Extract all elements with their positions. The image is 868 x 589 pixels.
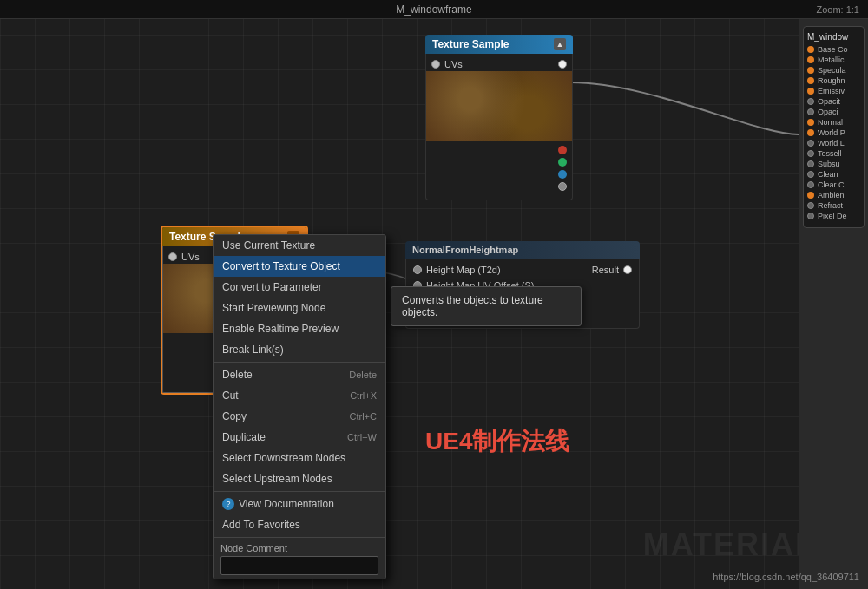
menu-select-upstream[interactable]: Select Upstream Nodes bbox=[214, 468, 385, 489]
menu-add-favorites-label: Add To Favorites bbox=[222, 519, 300, 531]
pin-worldl: World L bbox=[807, 139, 860, 147]
uvs-label: UVs bbox=[444, 59, 463, 69]
menu-cut[interactable]: Cut Ctrl+X bbox=[214, 385, 385, 406]
top-bar: M_windowframe Zoom: 1:1 bbox=[0, 0, 868, 19]
uvs-label-bottom: UVs bbox=[181, 252, 200, 262]
menu-convert-parameter[interactable]: Convert to Parameter bbox=[214, 277, 385, 298]
context-menu: Use Current Texture Convert to Texture O… bbox=[213, 234, 386, 579]
texture-node-top-body: UVs bbox=[425, 54, 573, 200]
texture-preview-top bbox=[426, 71, 572, 141]
right-panel: M_window Base Co Metallic Specula Roughn… bbox=[799, 19, 868, 589]
pin-metallic: Metallic bbox=[807, 56, 860, 64]
pin-row-1 bbox=[426, 144, 572, 156]
menu-cut-shortcut: Ctrl+X bbox=[350, 390, 377, 401]
menu-select-downstream-label: Select Downstream Nodes bbox=[222, 452, 345, 464]
pin-clean: Clean bbox=[807, 170, 860, 179]
window-title: M_windowframe bbox=[396, 3, 471, 16]
pin-emissiv: Emissiv bbox=[807, 87, 860, 95]
docs-icon: ? bbox=[222, 498, 234, 510]
right-panel-title: M_window bbox=[807, 32, 860, 42]
menu-convert-texture-object-label: Convert to Texture Object bbox=[222, 260, 340, 272]
menu-view-docs[interactable]: ? View Documentation bbox=[214, 494, 385, 514]
pin-subsu: Subsu bbox=[807, 160, 860, 168]
right-panel-node: M_window Base Co Metallic Specula Roughn… bbox=[803, 26, 865, 228]
menu-use-current-texture[interactable]: Use Current Texture bbox=[214, 235, 385, 256]
result-output: Result bbox=[592, 265, 632, 275]
node-comment-input[interactable] bbox=[220, 556, 378, 575]
menu-view-docs-label: View Documentation bbox=[239, 498, 334, 510]
menu-duplicate-shortcut: Ctrl+W bbox=[347, 432, 377, 442]
pin-pixelde: Pixel De bbox=[807, 212, 860, 220]
menu-delete-label: Delete bbox=[222, 369, 253, 381]
pin-ambien: Ambien bbox=[807, 191, 860, 200]
uvs-output-pin bbox=[558, 60, 567, 69]
pin-base-co: Base Co bbox=[807, 45, 860, 54]
menu-copy-shortcut: Ctrl+C bbox=[350, 411, 377, 422]
menu-convert-parameter-label: Convert to Parameter bbox=[222, 281, 322, 293]
menu-cut-label: Cut bbox=[222, 389, 239, 402]
menu-enable-realtime-label: Enable Realtime Preview bbox=[222, 323, 339, 335]
menu-delete-shortcut: Delete bbox=[349, 370, 377, 380]
result-output-pin bbox=[623, 265, 632, 274]
menu-delete[interactable]: Delete Delete bbox=[214, 364, 385, 385]
menu-break-links-label: Break Link(s) bbox=[222, 344, 284, 356]
menu-start-preview[interactable]: Start Previewing Node bbox=[214, 298, 385, 318]
pin-specula: Specula bbox=[807, 66, 860, 75]
menu-add-favorites[interactable]: Add To Favorites bbox=[214, 514, 385, 535]
menu-duplicate[interactable]: Duplicate Ctrl+W bbox=[214, 427, 385, 448]
pin-normal: Normal bbox=[807, 118, 860, 127]
pin-row-4 bbox=[426, 180, 572, 193]
menu-enable-realtime[interactable]: Enable Realtime Preview bbox=[214, 318, 385, 339]
watermark-chinese: UE4制作法线 bbox=[425, 425, 569, 458]
pin-opacit: Opacit bbox=[807, 97, 860, 106]
view-docs-inner: ? View Documentation bbox=[222, 498, 334, 510]
normal-node-header: NormalFromHeightmap bbox=[405, 241, 640, 259]
texture-node-top-title: Texture Sample bbox=[432, 38, 509, 50]
menu-break-links[interactable]: Break Link(s) bbox=[214, 339, 385, 360]
watermark-url: https://blog.csdn.net/qq_36409711 bbox=[713, 572, 859, 582]
menu-start-preview-label: Start Previewing Node bbox=[222, 302, 326, 314]
node-comment-label: Node Comment bbox=[220, 543, 378, 553]
heightmap-input-pin bbox=[413, 265, 422, 274]
pin-blue bbox=[558, 170, 567, 179]
normal-node-title: NormalFromHeightmap bbox=[412, 245, 518, 255]
texture-node-top[interactable]: Texture Sample ▲ UVs bbox=[425, 35, 573, 200]
menu-use-current-texture-label: Use Current Texture bbox=[222, 239, 315, 252]
menu-select-downstream[interactable]: Select Downstream Nodes bbox=[214, 448, 385, 468]
pin-clearc: Clear C bbox=[807, 180, 860, 189]
output-pins bbox=[426, 141, 572, 196]
menu-copy[interactable]: Copy Ctrl+C bbox=[214, 406, 385, 427]
pin-red bbox=[558, 146, 567, 154]
expand-icon[interactable]: ▲ bbox=[554, 38, 566, 50]
pin-refract: Refract bbox=[807, 201, 860, 210]
separator-3 bbox=[214, 537, 385, 538]
result-pin-row: Height Map (T2d) Result bbox=[406, 262, 639, 278]
heightmap-label: Height Map (T2d) bbox=[426, 265, 501, 275]
result-label: Result bbox=[592, 265, 619, 275]
pin-row-2 bbox=[426, 156, 572, 168]
node-comment-section: Node Comment bbox=[214, 540, 385, 579]
pin-green bbox=[558, 158, 567, 167]
menu-convert-texture-object[interactable]: Convert to Texture Object bbox=[214, 256, 385, 277]
separator-1 bbox=[214, 362, 385, 363]
pin-worldp: World P bbox=[807, 128, 860, 137]
separator-2 bbox=[214, 491, 385, 492]
uvs-input-pin bbox=[431, 60, 440, 69]
heightmap-input: Height Map (T2d) bbox=[413, 265, 501, 275]
zoom-level: Zoom: 1:1 bbox=[816, 4, 859, 15]
tooltip-text: Converts the objects to texture objects. bbox=[402, 294, 543, 318]
menu-copy-label: Copy bbox=[222, 410, 247, 422]
texture-node-top-header: Texture Sample ▲ bbox=[425, 35, 573, 54]
pin-row-3 bbox=[426, 168, 572, 180]
uvs-input-pin-bottom bbox=[168, 252, 177, 261]
menu-duplicate-label: Duplicate bbox=[222, 431, 266, 443]
menu-select-upstream-label: Select Upstream Nodes bbox=[222, 473, 332, 485]
tooltip: Converts the objects to texture objects. bbox=[391, 286, 582, 326]
watermark-bg: MATERIAL bbox=[643, 527, 816, 563]
uvs-pin-row: UVs bbox=[426, 57, 572, 71]
pin-alpha bbox=[558, 182, 567, 191]
pin-tessell: Tessell bbox=[807, 149, 860, 158]
pin-roughn: Roughn bbox=[807, 76, 860, 85]
pin-opaci: Opaci bbox=[807, 108, 860, 116]
